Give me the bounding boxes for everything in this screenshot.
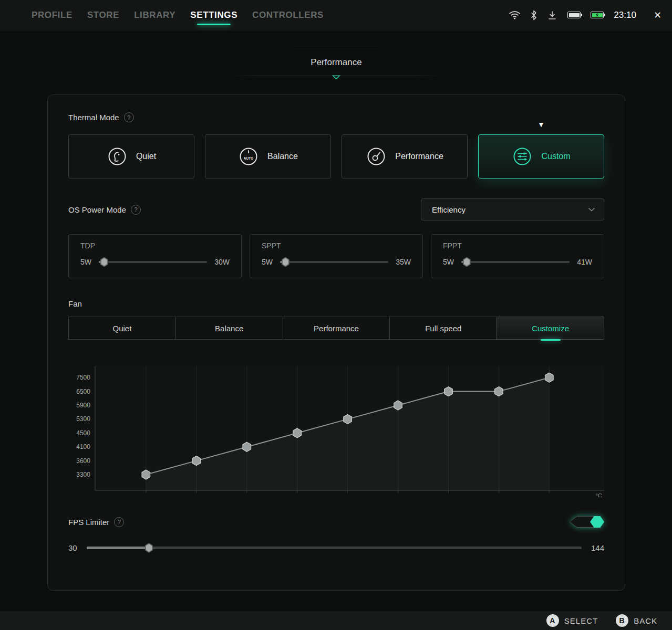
top-bar: PROFILESTORELIBRARYSETTINGSCONTROLLERS 2… [0,0,672,30]
nav-item-controllers[interactable]: CONTROLLERS [252,0,324,30]
fan-tab-quiet[interactable]: Quiet [68,317,176,340]
fps-slider-handle[interactable] [144,543,153,553]
back-button[interactable]: B BACK [616,614,657,627]
limit-min-label: 5W [262,258,273,266]
battery-icon [567,12,581,18]
bottom-bar: A SELECT B BACK [0,611,672,630]
limit-name: SPPT [262,242,411,250]
help-icon[interactable]: ? [131,205,141,215]
thermal-mode-label: Quiet [136,152,156,161]
balance-auto-icon: AUTO [238,146,259,167]
performance-gauge-icon [366,146,387,167]
limit-max-label: 30W [214,258,230,266]
limit-name: TDP [80,242,230,250]
settings-panel: Thermal Mode ? QuietAUTOBalancePerforman… [47,94,625,591]
help-icon[interactable]: ? [114,517,124,527]
svg-text:4500: 4500 [76,429,90,437]
sppt-slider-track[interactable] [280,261,388,263]
os-power-mode-header: OS Power Mode ? [68,205,141,215]
page-tab-performance[interactable]: Performance [252,49,420,76]
fps-limiter-header: FPS Limiter ? [68,517,124,527]
battery-charging-icon [591,12,604,18]
power-limit-card-fppt: FPPT5W41W [431,234,604,278]
fan-curve-chart[interactable]: 33003600410045005300590065007500°C [68,362,604,497]
svg-text:4100: 4100 [76,443,90,450]
nav-item-settings[interactable]: SETTINGS [190,0,237,30]
custom-sliders-icon [512,146,533,167]
thermal-mode-custom[interactable]: ▼Custom [478,134,604,178]
bluetooth-icon [531,10,537,20]
dropdown-selected-value: Efficiency [432,205,466,214]
fan-tab-performance[interactable]: Performance [283,317,390,340]
fan-tab-full-speed[interactable]: Full speed [389,317,497,340]
limit-max-label: 35W [396,258,411,266]
main-nav: PROFILESTORELIBRARYSETTINGSCONTROLLERS [32,0,324,30]
select-button[interactable]: A SELECT [546,614,598,627]
status-area: 23:10 ✕ [509,9,661,21]
svg-text:5300: 5300 [76,415,90,423]
gamepad-a-icon: A [546,614,559,627]
power-limit-card-sppt: SPPT5W35W [250,234,423,278]
fps-slider-track[interactable] [87,547,582,549]
nav-item-library[interactable]: LIBRARY [134,0,175,30]
clock: 23:10 [614,10,636,20]
fps-limiter-slider: 30 144 [68,543,604,552]
download-icon [547,10,557,20]
chevron-down-icon [332,72,340,82]
svg-text:3300: 3300 [76,471,90,478]
svg-text:°C: °C [596,492,602,497]
thermal-mode-label: Balance [267,152,298,161]
thermal-mode-label: Performance [395,152,443,161]
tdp-slider-track[interactable] [99,261,207,263]
os-power-mode-row: OS Power Mode ? Efficiency [68,198,604,220]
select-label: SELECT [564,616,598,625]
svg-text:5900: 5900 [76,402,90,409]
limit-name: FPPT [443,242,592,250]
svg-text:7500: 7500 [76,374,90,381]
fps-max-label: 144 [591,543,604,552]
app-window: PROFILESTORELIBRARYSETTINGSCONTROLLERS 2… [0,0,672,630]
gamepad-b-icon: B [616,614,628,627]
nav-item-store[interactable]: STORE [87,0,119,30]
fan-label: Fan [68,299,82,308]
fps-min-label: 30 [68,543,77,552]
fps-limiter-label: FPS Limiter [68,518,109,527]
nav-item-profile[interactable]: PROFILE [32,0,73,30]
svg-text:AUTO: AUTO [244,156,253,160]
thermal-mode-label: Custom [541,152,570,161]
chevron-down-icon [588,207,595,212]
back-label: BACK [634,616,657,625]
power-limit-cards: TDP5W30WSPPT5W35WFPPT5W41W [68,234,604,278]
os-power-mode-label: OS Power Mode [68,205,126,214]
thermal-mode-label: Thermal Mode [68,113,119,122]
help-icon[interactable]: ? [124,112,134,122]
thermal-mode-section-header: Thermal Mode ? [68,112,604,122]
fan-mode-tabs: QuietBalancePerformanceFull speedCustomi… [68,317,604,340]
close-icon[interactable]: ✕ [654,9,661,21]
selected-marker-icon: ▼ [537,120,545,129]
slider-handle[interactable] [100,257,109,267]
fan-tab-balance[interactable]: Balance [175,317,283,340]
limit-max-label: 41W [577,258,592,266]
power-limit-card-tdp: TDP5W30W [68,234,242,278]
fps-limiter-toggle[interactable] [570,516,604,528]
fppt-slider-track[interactable] [461,261,570,263]
thermal-mode-options: QuietAUTOBalancePerformance▼Custom [68,134,604,178]
wifi-icon [509,10,521,20]
quiet-icon [107,146,128,167]
svg-text:3600: 3600 [76,457,90,465]
thermal-mode-quiet[interactable]: Quiet [68,134,194,178]
thermal-mode-balance[interactable]: AUTOBalance [205,134,331,178]
limit-min-label: 5W [443,258,454,266]
fan-section-header: Fan [68,299,604,308]
slider-handle[interactable] [281,257,290,267]
thermal-mode-performance[interactable]: Performance [342,134,468,178]
os-power-mode-dropdown[interactable]: Efficiency [421,198,604,220]
svg-text:6500: 6500 [76,388,90,395]
slider-handle[interactable] [462,257,471,267]
fan-curve-svg: 33003600410045005300590065007500°C [68,362,604,497]
fps-limiter-row: FPS Limiter ? [68,516,604,528]
limit-min-label: 5W [80,258,91,266]
fan-tab-customize[interactable]: Customize [497,317,604,340]
